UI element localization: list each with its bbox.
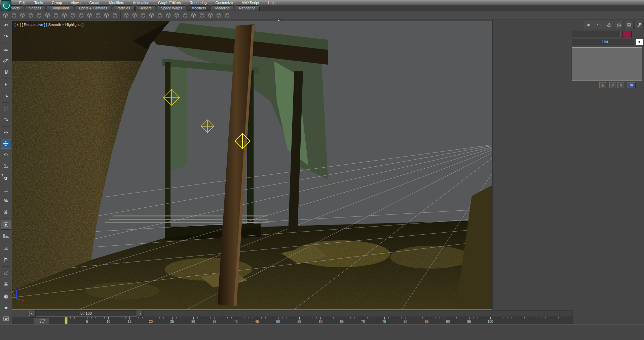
tab-shapes[interactable]: Shapes bbox=[25, 5, 46, 11]
modifier-preset-icon-24[interactable] bbox=[189, 11, 198, 19]
mirror-icon[interactable] bbox=[1, 244, 11, 253]
modifier-preset-icon-21[interactable] bbox=[164, 11, 173, 19]
menu-views[interactable]: Views bbox=[66, 1, 85, 5]
track-bar[interactable]: 0510152025303540455055606570758085909510… bbox=[12, 317, 573, 325]
hierarchy-tab-icon[interactable] bbox=[604, 21, 613, 29]
modifier-preset-icon-28[interactable] bbox=[223, 11, 231, 19]
spinner-snap-toggle-icon[interactable] bbox=[1, 207, 11, 216]
align-icon[interactable] bbox=[1, 255, 11, 265]
tab-modeling[interactable]: Modeling bbox=[211, 5, 234, 11]
modifier-preset-icon-23[interactable] bbox=[181, 11, 189, 19]
select-and-manipulate-icon[interactable] bbox=[1, 128, 11, 138]
previous-frame-arrow-button[interactable]: < bbox=[29, 311, 35, 317]
modifier-preset-icon-10[interactable] bbox=[77, 11, 85, 19]
menu-help[interactable]: Help bbox=[264, 1, 280, 5]
modifier-list-arrow-button[interactable]: ▾ bbox=[636, 39, 643, 45]
rendered-frame-window-icon[interactable] bbox=[1, 314, 11, 324]
modifier-preset-icon-12[interactable] bbox=[94, 11, 102, 19]
percent-snap-toggle-icon[interactable]: % bbox=[1, 196, 11, 206]
unlink-selection-icon[interactable] bbox=[1, 56, 11, 66]
modifier-preset-icon-1[interactable] bbox=[1, 11, 10, 19]
tab-particles[interactable]: Particles bbox=[112, 5, 134, 11]
modifier-preset-icon-11[interactable] bbox=[85, 11, 94, 19]
next-frame-arrow-button[interactable]: > bbox=[137, 311, 143, 317]
menu-graph-editors[interactable]: Graph Editors bbox=[154, 1, 185, 5]
modifier-preset-icon-7[interactable] bbox=[52, 11, 60, 19]
keyboard-shortcut-override-toggle-icon[interactable] bbox=[1, 220, 11, 230]
modifier-preset-icon-19[interactable] bbox=[147, 11, 156, 19]
show-end-result-button[interactable] bbox=[609, 82, 616, 88]
menu-customize[interactable]: Customize bbox=[211, 1, 237, 5]
time-slider-track[interactable] bbox=[143, 310, 573, 317]
open-mini-track-bar-button[interactable] bbox=[34, 318, 50, 325]
viewport-label[interactable]: [ + ] [ Perspective ] [ Smooth + Highlig… bbox=[14, 23, 83, 27]
menu-maxscript[interactable]: MAXScript bbox=[237, 1, 264, 5]
modifier-preset-icon-9[interactable] bbox=[69, 11, 77, 19]
modify-tab-icon[interactable]: ◠ bbox=[594, 21, 603, 29]
utilities-tab-icon[interactable] bbox=[634, 21, 644, 29]
object-name-field[interactable] bbox=[572, 31, 621, 37]
menu-rendering[interactable]: Rendering bbox=[185, 1, 211, 5]
object-color-swatch[interactable] bbox=[622, 31, 632, 38]
menu-create[interactable]: Create bbox=[85, 1, 105, 5]
modifier-preset-icon-27[interactable] bbox=[215, 11, 223, 19]
snaps-toggle-3d-icon[interactable]: 3 bbox=[1, 174, 11, 183]
modifier-preset-icon-4[interactable] bbox=[27, 11, 35, 19]
tab-lights-cameras[interactable]: Lights & Cameras bbox=[75, 5, 111, 11]
modifier-preset-icon-3[interactable] bbox=[18, 11, 27, 19]
undo-icon[interactable]: ↶ bbox=[1, 21, 11, 31]
perspective-viewport[interactable]: y [ + ] [ Perspective ] [ Smooth + Highl… bbox=[12, 21, 492, 310]
edit-named-selection-sets-icon[interactable]: {}ABC bbox=[1, 231, 11, 241]
tab-compounds[interactable]: Compounds bbox=[46, 5, 74, 11]
tab-modifiers[interactable]: Modifiers bbox=[187, 5, 210, 11]
menu-animation[interactable]: Animation bbox=[128, 1, 154, 5]
application-logo-icon[interactable] bbox=[1, 0, 11, 11]
configure-modifier-sets-button[interactable] bbox=[628, 82, 636, 88]
make-unique-button[interactable] bbox=[617, 82, 624, 88]
modifier-preset-icon-22[interactable] bbox=[173, 11, 181, 19]
tab-helpers[interactable]: Helpers bbox=[135, 5, 156, 11]
material-editor-icon[interactable] bbox=[1, 292, 11, 302]
tab-rendering[interactable]: Rendering bbox=[235, 5, 260, 11]
select-and-scale-icon[interactable] bbox=[1, 161, 11, 171]
modifier-preset-icon-17[interactable] bbox=[130, 11, 139, 19]
angle-snap-toggle-icon[interactable] bbox=[1, 185, 11, 195]
motion-tab-icon[interactable]: ◎ bbox=[614, 21, 623, 29]
window-crossing-toggle-icon[interactable] bbox=[1, 115, 11, 125]
modifier-preset-icon-2[interactable] bbox=[10, 11, 18, 19]
modifier-preset-icon-13[interactable] bbox=[102, 11, 111, 19]
select-and-move-icon[interactable] bbox=[1, 139, 11, 149]
pin-stack-button[interactable]: || bbox=[599, 82, 606, 88]
modifier-preset-icon-6[interactable] bbox=[43, 11, 52, 19]
select-by-name-icon[interactable] bbox=[1, 91, 11, 101]
modifier-preset-icon-8[interactable] bbox=[60, 11, 69, 19]
rectangular-selection-region-icon[interactable] bbox=[1, 104, 11, 114]
modifier-preset-icon-5[interactable] bbox=[35, 11, 43, 19]
menu-edit[interactable]: Edit bbox=[15, 1, 30, 5]
display-tab-icon[interactable] bbox=[624, 21, 634, 29]
render-setup-icon[interactable] bbox=[1, 303, 11, 313]
select-and-rotate-icon[interactable] bbox=[1, 150, 11, 160]
menu-tools[interactable]: Tools bbox=[30, 1, 47, 5]
create-tab-icon[interactable]: ✶ bbox=[584, 21, 593, 29]
schematic-view-icon[interactable] bbox=[1, 279, 11, 288]
modifier-preset-icon-20[interactable] bbox=[156, 11, 164, 19]
redo-icon[interactable]: ↷ bbox=[1, 32, 11, 42]
select-object-icon[interactable] bbox=[1, 80, 11, 90]
modifier-preset-icon-25[interactable] bbox=[198, 11, 206, 19]
bind-to-space-warp-icon[interactable] bbox=[1, 67, 11, 77]
time-slider-handle[interactable]: 0 / 100 bbox=[35, 310, 137, 317]
curve-editor-icon[interactable] bbox=[1, 268, 11, 278]
select-and-link-icon[interactable] bbox=[1, 45, 11, 55]
menu-modifiers[interactable]: Modifiers bbox=[105, 1, 128, 5]
trackbar-tick bbox=[363, 317, 363, 319]
menu-group[interactable]: Group bbox=[47, 1, 67, 5]
modifier-preset-icon-14[interactable] bbox=[111, 11, 119, 19]
modifier-preset-icon-16[interactable] bbox=[122, 11, 130, 19]
tab-space-warps[interactable]: Space Warps bbox=[157, 5, 187, 11]
modifier-preset-icon-18[interactable] bbox=[139, 11, 147, 19]
trackbar-tick bbox=[134, 317, 134, 318]
modifier-list-dropdown[interactable]: List bbox=[572, 39, 635, 45]
modifier-stack-list[interactable] bbox=[572, 47, 642, 80]
modifier-preset-icon-26[interactable] bbox=[206, 11, 215, 19]
